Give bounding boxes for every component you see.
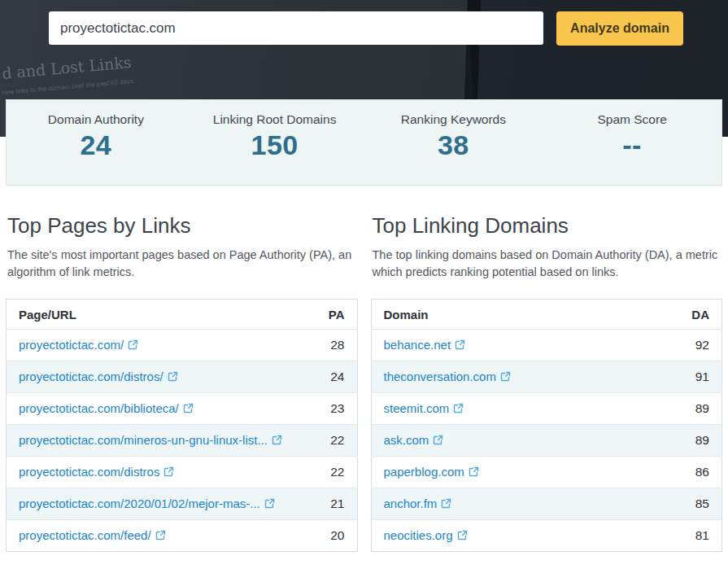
metric-label: Ranking Keywords (364, 112, 543, 127)
row-metric-value: 22 (310, 425, 357, 457)
row-metric-value: 85 (675, 488, 722, 520)
table-row: paperblog.com 86 (371, 457, 722, 488)
link-cell: behance.net (371, 330, 675, 361)
row-link[interactable]: proyectotictac.com/2020/01/02/mejor-mas-… (19, 497, 260, 510)
table-row: proyectotictac.com/ 28 (7, 330, 358, 361)
domain-search-input[interactable] (49, 11, 543, 45)
content-columns: Top Pages by Links The site's most impor… (6, 213, 722, 552)
row-metric-value: 92 (675, 330, 722, 361)
top-linking-domains-table: Domain DA behance.net 92 theconversation… (371, 299, 723, 552)
link-cell: anchor.fm (371, 488, 675, 520)
external-link-icon[interactable] (453, 403, 464, 414)
row-link[interactable]: paperblog.com (384, 465, 464, 479)
row-metric-value: 23 (310, 393, 357, 425)
table-row: behance.net 92 (371, 330, 722, 361)
external-link-icon[interactable] (155, 530, 166, 540)
link-cell: ask.com (371, 425, 675, 457)
link-cell: proyectotictac.com/distros (7, 457, 311, 488)
table-row: proyectotictac.com/feed/ 20 (7, 520, 358, 552)
table-row: steemit.com 89 (371, 393, 722, 425)
table-row: proyectotictac.com/2020/01/02/mejor-mas-… (7, 488, 358, 520)
row-metric-value: 86 (675, 457, 722, 488)
row-link[interactable]: theconversation.com (384, 370, 496, 383)
metric-value: -- (543, 129, 721, 161)
metric-value: 24 (7, 129, 185, 161)
metric-label: Spam Score (543, 112, 721, 127)
external-link-icon[interactable] (183, 403, 194, 414)
row-link[interactable]: proyectotictac.com/ (19, 338, 124, 352)
external-link-icon[interactable] (168, 371, 178, 382)
top-linking-domains-description: The top linking domains based on Domain … (373, 247, 723, 281)
table-header-row: Domain DA (371, 300, 722, 330)
top-pages-description: The site's most important pages based on… (7, 247, 358, 281)
metric-label: Linking Root Domains (185, 112, 364, 127)
row-metric-value: 91 (675, 361, 722, 393)
table-row: proyectotictac.com/distros/ 24 (7, 361, 358, 393)
metric-label: Domain Authority (7, 112, 185, 127)
link-cell: proyectotictac.com/distros/ (7, 361, 311, 393)
link-cell: neocities.org (371, 520, 675, 552)
link-cell: proyectotictac.com/2020/01/02/mejor-mas-… (7, 488, 311, 520)
row-link[interactable]: proyectotictac.com/distros/ (19, 370, 163, 383)
metric-item: Spam Score -- (543, 112, 721, 161)
external-link-icon[interactable] (433, 435, 443, 445)
top-linking-domains-section: Top Linking Domains The top linking doma… (371, 213, 723, 552)
analyze-domain-button[interactable]: Analyze domain (556, 11, 683, 46)
top-linking-domains-title: Top Linking Domains (373, 213, 723, 238)
link-cell: proyectotictac.com/ (7, 330, 311, 361)
external-link-icon[interactable] (272, 435, 282, 445)
top-pages-table: Page/URL PA proyectotictac.com/ 28 proye… (6, 299, 358, 552)
metric-item: Domain Authority 24 (7, 112, 185, 161)
column-header-domain: Domain (371, 300, 675, 330)
external-link-icon[interactable] (441, 498, 451, 509)
external-link-icon[interactable] (469, 466, 479, 477)
external-link-icon[interactable] (500, 371, 511, 382)
metric-value: 38 (364, 129, 543, 161)
external-link-icon[interactable] (455, 339, 465, 350)
row-link[interactable]: proyectotictac.com/feed/ (19, 528, 151, 542)
row-metric-value: 28 (310, 330, 357, 361)
row-link[interactable]: proyectotictac.com/biblioteca/ (19, 401, 179, 415)
table-header-row: Page/URL PA (7, 300, 358, 330)
top-pages-title: Top Pages by Links (7, 213, 358, 238)
external-link-icon[interactable] (264, 498, 275, 509)
link-cell: paperblog.com (371, 457, 675, 488)
table-row: anchor.fm 85 (371, 488, 722, 520)
row-link[interactable]: proyectotictac.com/distros (19, 465, 159, 479)
link-cell: steemit.com (371, 393, 675, 425)
row-metric-value: 81 (675, 520, 722, 552)
link-cell: proyectotictac.com/mineros-un-gnu-linux-… (7, 425, 311, 457)
row-metric-value: 21 (310, 488, 357, 520)
column-header-page-url: Page/URL (7, 300, 311, 330)
table-row: ask.com 89 (371, 425, 722, 457)
row-link[interactable]: ask.com (384, 433, 429, 447)
link-cell: proyectotictac.com/biblioteca/ (7, 393, 311, 425)
metric-value: 150 (185, 129, 364, 161)
row-link[interactable]: proyectotictac.com/mineros-un-gnu-linux-… (19, 433, 268, 447)
link-cell: proyectotictac.com/feed/ (7, 520, 311, 552)
metrics-summary-card: Domain Authority 24 Linking Root Domains… (6, 99, 722, 186)
domain-search-bar: Analyze domain (49, 11, 683, 46)
row-metric-value: 20 (310, 520, 357, 552)
table-row: proyectotictac.com/biblioteca/ 23 (7, 393, 358, 425)
row-link[interactable]: neocities.org (384, 528, 453, 542)
row-link[interactable]: steemit.com (384, 401, 450, 415)
external-link-icon[interactable] (128, 339, 138, 350)
top-pages-section: Top Pages by Links The site's most impor… (6, 213, 358, 552)
row-metric-value: 22 (310, 457, 357, 488)
row-link[interactable]: anchor.fm (384, 497, 438, 510)
external-link-icon[interactable] (457, 530, 468, 540)
column-header-pa: PA (310, 300, 357, 330)
external-link-icon[interactable] (163, 466, 174, 477)
metric-item: Ranking Keywords 38 (364, 112, 543, 161)
table-row: theconversation.com 91 (371, 361, 722, 393)
table-row: proyectotictac.com/mineros-un-gnu-linux-… (7, 425, 358, 457)
row-link[interactable]: behance.net (384, 338, 451, 352)
column-header-da: DA (675, 300, 722, 330)
metric-item: Linking Root Domains 150 (185, 112, 364, 161)
row-metric-value: 24 (310, 361, 357, 393)
link-cell: theconversation.com (371, 361, 675, 393)
row-metric-value: 89 (675, 393, 722, 425)
table-row: neocities.org 81 (371, 520, 722, 552)
row-metric-value: 89 (675, 425, 722, 457)
